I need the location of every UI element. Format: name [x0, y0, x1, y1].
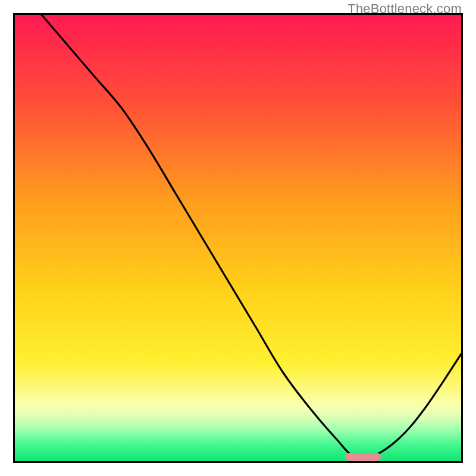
bottleneck-curve	[15, 15, 461, 461]
watermark-text: TheBottleneck.com	[347, 1, 462, 17]
chart-frame	[13, 13, 463, 463]
optimal-range-marker	[345, 453, 381, 461]
